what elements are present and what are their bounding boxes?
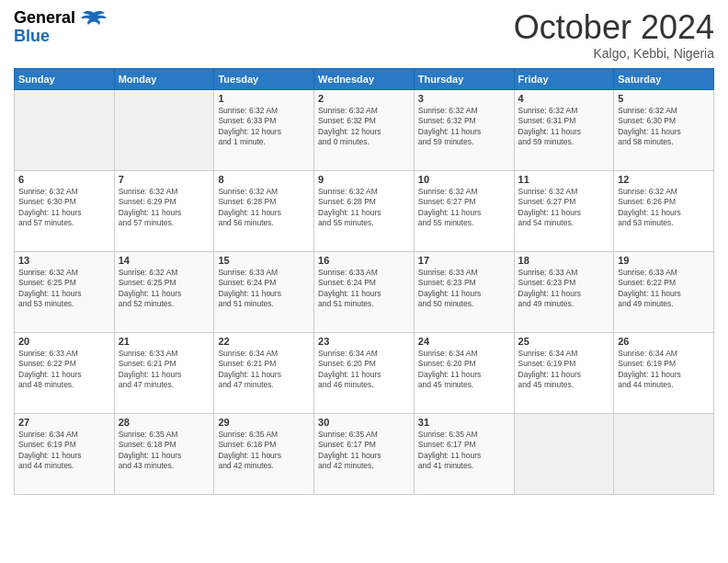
day-number: 6 <box>18 174 110 185</box>
table-row <box>15 89 115 170</box>
table-row: 30Sunrise: 6:35 AM Sunset: 6:17 PM Dayli… <box>314 413 415 494</box>
day-number: 21 <box>119 336 210 347</box>
day-info: Sunrise: 6:34 AM Sunset: 6:20 PM Dayligh… <box>318 349 410 391</box>
table-row: 23Sunrise: 6:34 AM Sunset: 6:20 PM Dayli… <box>314 332 415 413</box>
table-row <box>514 413 614 494</box>
day-number: 1 <box>218 93 310 104</box>
col-thursday: Thursday <box>414 68 514 89</box>
table-row: 4Sunrise: 6:32 AM Sunset: 6:31 PM Daylig… <box>514 89 614 170</box>
day-number: 7 <box>119 174 210 185</box>
table-row: 29Sunrise: 6:35 AM Sunset: 6:18 PM Dayli… <box>214 413 314 494</box>
day-number: 24 <box>418 336 510 347</box>
day-number: 26 <box>618 336 710 347</box>
col-sunday: Sunday <box>15 68 115 89</box>
day-info: Sunrise: 6:33 AM Sunset: 6:23 PM Dayligh… <box>518 268 610 310</box>
day-number: 28 <box>119 417 210 428</box>
table-row: 19Sunrise: 6:33 AM Sunset: 6:22 PM Dayli… <box>614 251 714 332</box>
day-number: 17 <box>418 255 510 266</box>
day-number: 11 <box>518 174 610 185</box>
table-row: 14Sunrise: 6:32 AM Sunset: 6:25 PM Dayli… <box>114 251 214 332</box>
logo: General Blue <box>14 9 108 46</box>
table-row: 26Sunrise: 6:34 AM Sunset: 6:19 PM Dayli… <box>614 332 714 413</box>
day-number: 16 <box>318 255 410 266</box>
day-info: Sunrise: 6:32 AM Sunset: 6:33 PM Dayligh… <box>218 106 310 148</box>
table-row: 21Sunrise: 6:33 AM Sunset: 6:21 PM Dayli… <box>114 332 214 413</box>
table-row: 13Sunrise: 6:32 AM Sunset: 6:25 PM Dayli… <box>15 251 115 332</box>
day-number: 27 <box>18 417 110 428</box>
table-row: 1Sunrise: 6:32 AM Sunset: 6:33 PM Daylig… <box>214 89 314 170</box>
table-row: 10Sunrise: 6:32 AM Sunset: 6:27 PM Dayli… <box>414 170 514 251</box>
day-number: 31 <box>418 417 510 428</box>
day-number: 14 <box>119 255 210 266</box>
location: Kalgo, Kebbi, Nigeria <box>514 46 714 61</box>
day-number: 19 <box>618 255 710 266</box>
logo-general: General <box>14 9 75 28</box>
table-row: 31Sunrise: 6:35 AM Sunset: 6:17 PM Dayli… <box>414 413 514 494</box>
day-info: Sunrise: 6:32 AM Sunset: 6:32 PM Dayligh… <box>318 106 410 148</box>
day-info: Sunrise: 6:32 AM Sunset: 6:30 PM Dayligh… <box>618 106 710 148</box>
day-info: Sunrise: 6:33 AM Sunset: 6:22 PM Dayligh… <box>618 268 710 310</box>
day-info: Sunrise: 6:34 AM Sunset: 6:20 PM Dayligh… <box>418 349 510 391</box>
day-info: Sunrise: 6:34 AM Sunset: 6:19 PM Dayligh… <box>18 430 110 472</box>
day-number: 23 <box>318 336 410 347</box>
table-row: 27Sunrise: 6:34 AM Sunset: 6:19 PM Dayli… <box>15 413 115 494</box>
day-info: Sunrise: 6:33 AM Sunset: 6:22 PM Dayligh… <box>18 349 110 391</box>
logo-blue: Blue <box>14 28 75 46</box>
month-title: October 2024 <box>514 9 714 46</box>
day-info: Sunrise: 6:32 AM Sunset: 6:30 PM Dayligh… <box>18 187 110 229</box>
day-info: Sunrise: 6:35 AM Sunset: 6:17 PM Dayligh… <box>418 430 510 472</box>
table-row: 18Sunrise: 6:33 AM Sunset: 6:23 PM Dayli… <box>514 251 614 332</box>
calendar-week-row: 27Sunrise: 6:34 AM Sunset: 6:19 PM Dayli… <box>15 413 714 494</box>
table-row: 7Sunrise: 6:32 AM Sunset: 6:29 PM Daylig… <box>114 170 214 251</box>
day-number: 2 <box>318 93 410 104</box>
table-row: 6Sunrise: 6:32 AM Sunset: 6:30 PM Daylig… <box>15 170 115 251</box>
day-info: Sunrise: 6:32 AM Sunset: 6:25 PM Dayligh… <box>119 268 210 310</box>
calendar-table: Sunday Monday Tuesday Wednesday Thursday… <box>14 68 714 495</box>
table-row: 15Sunrise: 6:33 AM Sunset: 6:24 PM Dayli… <box>214 251 314 332</box>
day-number: 9 <box>318 174 410 185</box>
day-number: 25 <box>518 336 610 347</box>
day-number: 30 <box>318 417 410 428</box>
table-row: 3Sunrise: 6:32 AM Sunset: 6:32 PM Daylig… <box>414 89 514 170</box>
table-row: 17Sunrise: 6:33 AM Sunset: 6:23 PM Dayli… <box>414 251 514 332</box>
day-number: 3 <box>418 93 510 104</box>
table-row <box>114 89 214 170</box>
table-row <box>614 413 714 494</box>
table-row: 28Sunrise: 6:35 AM Sunset: 6:18 PM Dayli… <box>114 413 214 494</box>
table-row: 9Sunrise: 6:32 AM Sunset: 6:28 PM Daylig… <box>314 170 415 251</box>
day-info: Sunrise: 6:33 AM Sunset: 6:21 PM Dayligh… <box>119 349 210 391</box>
day-info: Sunrise: 6:32 AM Sunset: 6:27 PM Dayligh… <box>518 187 610 229</box>
day-number: 12 <box>618 174 710 185</box>
col-friday: Friday <box>514 68 614 89</box>
day-info: Sunrise: 6:32 AM Sunset: 6:25 PM Dayligh… <box>18 268 110 310</box>
day-info: Sunrise: 6:32 AM Sunset: 6:28 PM Dayligh… <box>318 187 410 229</box>
table-row: 25Sunrise: 6:34 AM Sunset: 6:19 PM Dayli… <box>514 332 614 413</box>
table-row: 8Sunrise: 6:32 AM Sunset: 6:28 PM Daylig… <box>214 170 314 251</box>
day-number: 5 <box>618 93 710 104</box>
calendar-week-row: 1Sunrise: 6:32 AM Sunset: 6:33 PM Daylig… <box>15 89 714 170</box>
day-info: Sunrise: 6:32 AM Sunset: 6:27 PM Dayligh… <box>418 187 510 229</box>
day-number: 22 <box>218 336 310 347</box>
table-row: 2Sunrise: 6:32 AM Sunset: 6:32 PM Daylig… <box>314 89 415 170</box>
day-info: Sunrise: 6:33 AM Sunset: 6:24 PM Dayligh… <box>218 268 310 310</box>
day-info: Sunrise: 6:33 AM Sunset: 6:24 PM Dayligh… <box>318 268 410 310</box>
day-number: 13 <box>18 255 110 266</box>
table-row: 24Sunrise: 6:34 AM Sunset: 6:20 PM Dayli… <box>414 332 514 413</box>
calendar-week-row: 13Sunrise: 6:32 AM Sunset: 6:25 PM Dayli… <box>15 251 714 332</box>
calendar-week-row: 20Sunrise: 6:33 AM Sunset: 6:22 PM Dayli… <box>15 332 714 413</box>
calendar-week-row: 6Sunrise: 6:32 AM Sunset: 6:30 PM Daylig… <box>15 170 714 251</box>
col-wednesday: Wednesday <box>314 68 415 89</box>
day-info: Sunrise: 6:32 AM Sunset: 6:29 PM Dayligh… <box>119 187 210 229</box>
day-info: Sunrise: 6:35 AM Sunset: 6:17 PM Dayligh… <box>318 430 410 472</box>
day-number: 15 <box>218 255 310 266</box>
day-number: 29 <box>218 417 310 428</box>
day-number: 20 <box>18 336 110 347</box>
day-info: Sunrise: 6:32 AM Sunset: 6:31 PM Dayligh… <box>518 106 610 148</box>
day-number: 4 <box>518 93 610 104</box>
day-number: 10 <box>418 174 510 185</box>
table-row: 22Sunrise: 6:34 AM Sunset: 6:21 PM Dayli… <box>214 332 314 413</box>
calendar-header-row: Sunday Monday Tuesday Wednesday Thursday… <box>15 68 714 89</box>
page: General Blue October 2024 Kalgo, Kebbi, … <box>0 0 728 563</box>
day-info: Sunrise: 6:33 AM Sunset: 6:23 PM Dayligh… <box>418 268 510 310</box>
title-area: October 2024 Kalgo, Kebbi, Nigeria <box>514 9 714 61</box>
